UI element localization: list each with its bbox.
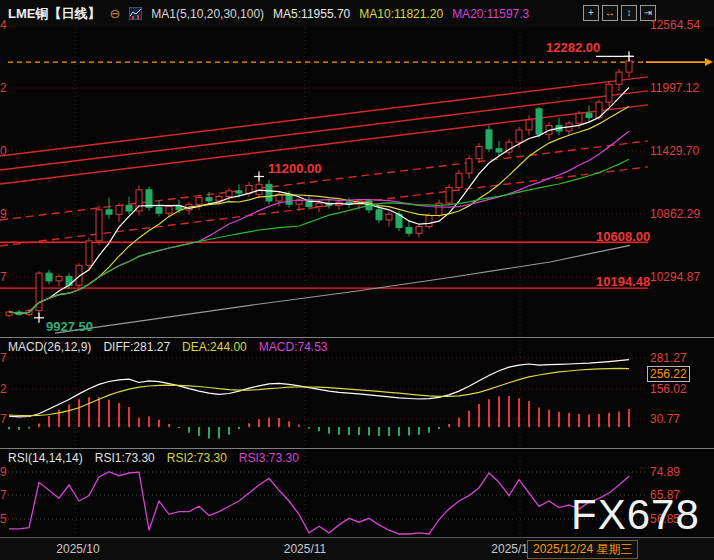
- macd-histogram: [9, 396, 629, 439]
- zoom-y-axis-button[interactable]: ↕: [621, 5, 637, 21]
- symbol-title: LME铜【日线】: [8, 5, 100, 23]
- price-axis-label: 11429.70: [650, 144, 699, 158]
- macd-title: MACD(26,12,9): [8, 340, 91, 354]
- pan-tool-button[interactable]: +: [583, 5, 599, 21]
- price-annotation: 9927.50: [46, 319, 93, 334]
- macd-diff-label: DIFF:281.27: [103, 340, 170, 354]
- x-axis-bar: 2025/102025/112025/122025/12/24 星期三: [0, 537, 714, 560]
- chart-type-icon[interactable]: [129, 7, 142, 20]
- current-price-arrow-icon: [705, 58, 713, 66]
- ma5-value-label: MA5:11955.70: [273, 7, 350, 21]
- x-axis-month-label: 2025/10: [56, 542, 99, 556]
- macd-axis-label: 156.02: [650, 382, 687, 396]
- chart-window: LME铜【日线】 ⊖ MA1(5,10,20,30,100) MA5:11955…: [0, 0, 714, 560]
- rsi-panel-header: RSI(14,14,14) RSI1:73.30 RSI2:73.30 RSI3…: [8, 451, 299, 465]
- ma-settings-label: MA1(5,10,20,30,100): [151, 7, 264, 21]
- candlestick-series: [6, 56, 632, 317]
- rsi1-label: RSI1:73.30: [95, 451, 155, 465]
- price-axis-label: 10294.87: [650, 270, 700, 284]
- price-axis-label: 11997.12: [650, 81, 699, 95]
- rsi3-label: RSI3:73.30: [239, 451, 299, 465]
- price-annotation: 11200.00: [268, 161, 322, 176]
- macd-lines: [9, 360, 629, 417]
- zoom-x-axis-button[interactable]: ↔: [602, 5, 618, 21]
- price-annotation: 12282.00: [546, 40, 600, 55]
- macd-axis-label: 281.27: [650, 351, 687, 365]
- ma100-line: [55, 245, 630, 333]
- rsi-axis-label: 74.89: [650, 465, 680, 479]
- watermark: FX678: [571, 494, 700, 536]
- macd-panel-header: MACD(26,12,9) DIFF:281.27 DEA:244.00 MAC…: [8, 340, 328, 354]
- current-date-box: 2025/12/24 星期三: [527, 540, 638, 559]
- collapse-icon[interactable]: ⊖: [109, 6, 120, 21]
- macd-axis-label: 256.22: [647, 366, 690, 382]
- left-axis-clipped-digit: 4: [0, 18, 7, 32]
- left-axis-clipped-digit: 7: [0, 488, 7, 502]
- macd-macd-label: MACD:74.53: [259, 340, 328, 354]
- price-axis-label: 12564.54: [650, 18, 700, 32]
- ma20-value-label: MA20:11597.3: [452, 7, 529, 21]
- panel-dividers: [0, 338, 714, 449]
- left-axis-clipped-digit: 0: [0, 144, 7, 158]
- price-annotation: 10194.48: [596, 274, 650, 289]
- rsi-title: RSI(14,14,14): [8, 451, 83, 465]
- macd-axis-label: 30.77: [650, 412, 680, 426]
- left-axis-clipped-digit: 9: [0, 465, 7, 479]
- x-axis-month-label: 2025/11: [284, 542, 327, 556]
- left-axis-clipped-digit: 5: [0, 512, 7, 526]
- rsi2-label: RSI2:73.30: [167, 451, 227, 465]
- left-axis-clipped-digit: 7: [0, 351, 7, 365]
- left-axis-clipped-digit: 7: [0, 412, 7, 426]
- ma10-value-label: MA10:11821.20: [359, 7, 443, 21]
- left-axis-clipped-digit: 7: [0, 270, 7, 284]
- chart-toolbar: +↔↕⇥: [583, 5, 656, 21]
- left-axis-clipped-digit: 9: [0, 207, 7, 221]
- price-axis-label: 10862.29: [650, 207, 700, 221]
- price-annotation: 10608.00: [596, 229, 650, 244]
- macd-dea-label: DEA:244.00: [182, 340, 247, 354]
- left-axis-clipped-digit: 2: [0, 382, 7, 396]
- left-axis-clipped-digit: 2: [0, 81, 7, 95]
